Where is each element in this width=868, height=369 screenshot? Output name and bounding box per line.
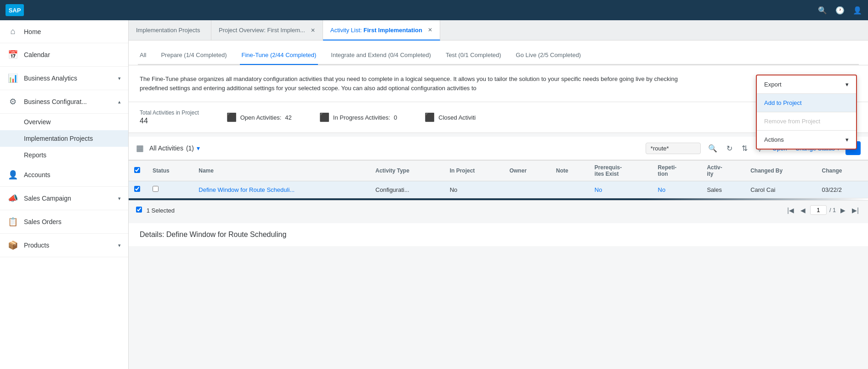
clock-icon[interactable]: 🕐 <box>835 5 845 15</box>
pagination: |◀ ◀ / 1 ▶ ▶| <box>785 205 861 215</box>
repetition-link[interactable]: No <box>658 186 666 193</box>
sidebar-item-label: Sales Campaign <box>24 195 113 202</box>
export-menu-item[interactable]: Export ▾ <box>757 75 856 94</box>
row-in-project: No <box>444 181 504 198</box>
prerequisites-link[interactable]: No <box>595 186 602 193</box>
total-activities-stat: Total Activities in Project 44 <box>140 110 199 125</box>
footer-checkbox[interactable] <box>136 207 142 213</box>
chevron-down-icon[interactable]: ▾ <box>197 144 200 152</box>
activity-type-column-header: Activity Type <box>370 161 444 181</box>
in-progress-activities-stat: ⬛ In Progress Activities: 0 <box>319 112 397 122</box>
tab-close-icon[interactable]: ✕ <box>311 27 315 34</box>
tab-test[interactable]: Test (0/1 Completed) <box>444 48 503 65</box>
sidebar-item-calendar[interactable]: 📅 Calendar <box>0 43 128 67</box>
actions-label: Actions <box>764 136 784 143</box>
in-progress-label: In Progress Activities: <box>333 114 390 121</box>
row-prerequisites: No <box>589 181 652 198</box>
sidebar-item-label: Products <box>24 242 113 249</box>
sidebar-item-overview[interactable]: Overview <box>0 114 128 130</box>
sidebar-item-sales-campaign[interactable]: 📣 Sales Campaign ▾ <box>0 187 128 210</box>
in-project-column-header: In Project <box>444 161 504 181</box>
sidebar-item-business-config[interactable]: ⚙ Business Configurat... ▴ <box>0 90 128 114</box>
remove-from-project-menu-item: Remove from Project <box>757 112 856 131</box>
accounts-icon: 👤 <box>7 170 18 180</box>
search-input[interactable] <box>646 143 701 154</box>
grid-icon: ▦ <box>136 143 144 153</box>
name-column-header: Name <box>193 161 370 181</box>
refresh-button[interactable]: ↻ <box>725 142 734 155</box>
total-activities-label: Total Activities in Project <box>140 110 199 116</box>
row-note <box>550 181 589 198</box>
chevron-down-icon: ▾ <box>118 75 121 81</box>
sidebar-item-label: Reports <box>24 151 121 159</box>
total-activities-value: 44 <box>140 117 199 125</box>
home-icon: ⌂ <box>7 27 18 36</box>
row-checkbox-cell <box>129 181 147 198</box>
prerequisites-column-header: Prerequis-ites Exist <box>589 161 652 181</box>
person-icon[interactable]: 👤 <box>852 5 862 15</box>
sidebar-item-label: Business Analytics <box>24 75 113 82</box>
repetition-column-header: Repeti-tion <box>652 161 702 181</box>
details-title: Details: Define Window for Route Schedul… <box>140 231 857 239</box>
search-button[interactable]: 🔍 <box>706 142 719 155</box>
description-block: The Fine-Tune phase organizes all mandat… <box>129 65 868 102</box>
in-progress-value: 0 <box>394 114 397 121</box>
page-number-input[interactable] <box>810 205 827 215</box>
sidebar-item-label: Overview <box>24 118 121 126</box>
activity-tabs: All Prepare (1/4 Completed) Fine-Tune (2… <box>138 48 859 65</box>
table-title: All Activities (1) ▾ <box>149 144 200 152</box>
prev-page-button[interactable]: ◀ <box>799 206 807 215</box>
activity-link[interactable]: Define Window for Route Scheduli... <box>199 186 295 193</box>
tab-activity-list[interactable]: Activity List: First Implementation ✕ <box>323 20 440 40</box>
row-change: 03/22/2 <box>817 181 868 198</box>
sidebar-item-accounts[interactable]: 👤 Accounts <box>0 163 128 187</box>
sidebar-item-home[interactable]: ⌂ Home <box>0 20 128 43</box>
tab-impl-projects[interactable]: Implementation Projects <box>129 20 211 40</box>
next-page-button[interactable]: ▶ <box>839 206 847 215</box>
tab-prepare[interactable]: Prepare (1/4 Completed) <box>159 48 228 65</box>
tab-integrate[interactable]: Integrate and Extend (0/4 Completed) <box>329 48 433 65</box>
remove-from-project-label: Remove from Project <box>764 118 820 125</box>
select-all-column <box>129 161 147 181</box>
status-checkbox[interactable] <box>153 186 159 192</box>
app-header: SAP 🔍 🕐 👤 <box>0 0 868 20</box>
sort-button[interactable]: ⇅ <box>740 142 749 155</box>
header-icons: 🔍 🕐 👤 <box>817 5 862 15</box>
change-column-header: Change <box>817 161 868 181</box>
selected-count: 1 Selected <box>136 207 175 214</box>
first-page-button[interactable]: |◀ <box>785 206 796 215</box>
row-checkbox[interactable] <box>134 186 140 192</box>
table-count: (1) <box>186 144 194 152</box>
chevron-down-icon: ▾ <box>845 81 849 88</box>
owner-column-header: Owner <box>504 161 550 181</box>
select-all-checkbox[interactable] <box>134 167 140 173</box>
sidebar-item-sales-orders[interactable]: 📋 Sales Orders <box>0 210 128 234</box>
row-changed-by: Carol Cai <box>745 181 816 198</box>
tab-label: Activity List: First Implementation <box>330 27 422 34</box>
sidebar-item-label: Accounts <box>24 171 121 179</box>
sidebar-item-reports[interactable]: Reports <box>0 147 128 163</box>
sidebar-item-label: Calendar <box>24 51 121 58</box>
open-activities-value: 42 <box>285 114 291 121</box>
add-to-project-menu-item[interactable]: Add to Project <box>757 94 856 112</box>
tab-fine-tune[interactable]: Fine-Tune (2/44 Completed) <box>240 48 318 65</box>
page-content: All Prepare (1/4 Completed) Fine-Tune (2… <box>129 40 868 369</box>
closed-activities-stat: ⬛ Closed Activiti <box>425 112 476 122</box>
row-activity-type: Configurati... <box>370 181 444 198</box>
sidebar-item-impl-projects[interactable]: Implementation Projects <box>0 130 128 147</box>
note-column-header: Note <box>550 161 589 181</box>
tab-label: Implementation Projects <box>136 27 200 34</box>
tab-go-live[interactable]: Go Live (2/5 Completed) <box>514 48 583 65</box>
last-page-button[interactable]: ▶| <box>850 206 861 215</box>
search-icon[interactable]: 🔍 <box>817 5 828 15</box>
tab-close-icon[interactable]: ✕ <box>428 27 432 33</box>
tab-label: Project Overview: First Implem... <box>219 27 305 34</box>
actions-menu-item[interactable]: Actions ▾ <box>757 131 856 149</box>
activity-table: Status Name Activity Type In Project Own… <box>129 160 868 198</box>
sidebar-item-business-analytics[interactable]: 📊 Business Analytics ▾ <box>0 67 128 90</box>
tab-all[interactable]: All <box>138 48 148 65</box>
tab-project-overview[interactable]: Project Overview: First Implem... ✕ <box>211 20 323 40</box>
sidebar-item-products[interactable]: 📦 Products ▾ <box>0 234 128 257</box>
table-footer: 1 Selected |◀ ◀ / 1 ▶ ▶| <box>129 200 868 219</box>
changed-by-column-header: Changed By <box>745 161 816 181</box>
